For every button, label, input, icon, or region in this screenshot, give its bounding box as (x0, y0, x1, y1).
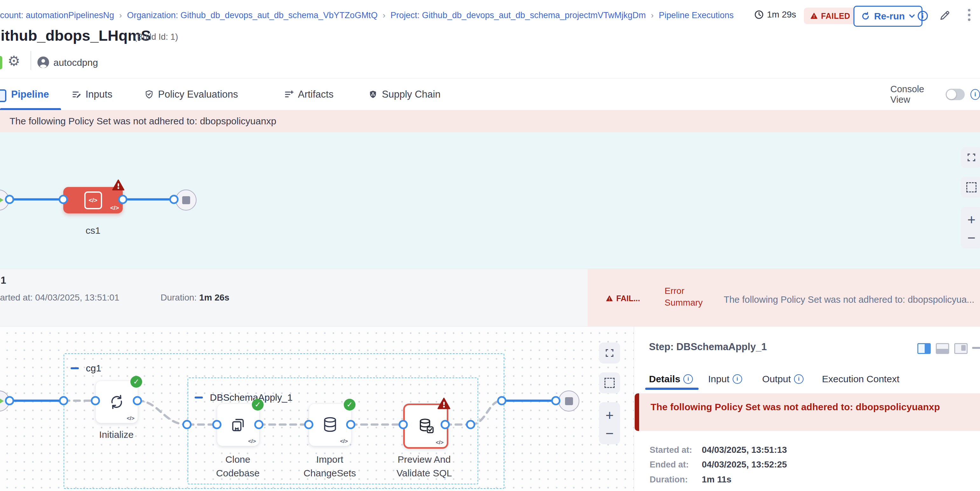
info-icon[interactable]: i (683, 374, 693, 384)
breadcrumb-account[interactable]: count: automationPipelinesNg (0, 11, 114, 21)
fullscreen-button[interactable] (599, 343, 620, 364)
clock-icon (754, 10, 764, 19)
tab-artifacts-label: Artifacts (298, 89, 334, 100)
step-warning-icon (437, 397, 451, 412)
zoom-out-button[interactable]: − (967, 230, 975, 246)
success-check-icon: ✓ (130, 376, 142, 388)
step-card-preview-validate-sql[interactable]: </> (403, 404, 449, 449)
start-node (0, 391, 10, 412)
refresh-icon (861, 11, 870, 21)
more-options-icon[interactable] (968, 9, 970, 21)
stage-error-strip: FAIL... Error Summary The following Poli… (588, 269, 980, 327)
breadcrumb-separator: › (114, 11, 127, 21)
tab-pipeline[interactable]: Pipeline (11, 79, 49, 110)
step-card-initialize[interactable]: </> ✓ (95, 381, 138, 423)
zoom-controls: + − (961, 207, 980, 249)
step-error-box: The following Policy Set was not adhered… (635, 393, 980, 431)
page-title: ithub_dbops_LHqmS (1, 27, 151, 44)
console-view-toggle[interactable] (946, 89, 965, 100)
code-glyph: </> (110, 205, 119, 211)
stage-duration: Duration: 1m 26s (161, 292, 229, 303)
step-card-import-changesets[interactable]: </> ✓ (309, 404, 352, 446)
zoom-out-button[interactable]: − (605, 426, 614, 442)
stage-duration-label: Duration: (161, 292, 199, 302)
info-icon[interactable]: i (794, 374, 803, 384)
layout-bottom-panel-icon[interactable] (936, 343, 949, 354)
panel-tab-execution-context-label: Execution Context (822, 373, 899, 385)
rerun-button[interactable]: Re-run (853, 6, 923, 27)
panel-tab-details[interactable]: Details i (649, 370, 693, 388)
module-badge (0, 56, 2, 69)
panel-tab-output[interactable]: Output i (762, 370, 803, 388)
database-check-icon (417, 417, 435, 435)
detail-value: 04/03/2025, 13:51:13 (702, 445, 787, 455)
tab-inputs-label: Inputs (86, 89, 112, 100)
breadcrumb-pipeline-executions[interactable]: Pipeline Executions (659, 11, 734, 21)
zoom-controls: + − (599, 402, 620, 444)
tab-inputs[interactable]: Inputs (72, 79, 112, 110)
tab-supply-chain-label: Supply Chain (382, 89, 441, 100)
edit-pencil-icon[interactable] (939, 10, 951, 23)
breadcrumb-project[interactable]: Project: Github_db_devops_aut_db_schema_… (390, 11, 646, 21)
error-summary-message: The following Policy Set was not adhered… (724, 294, 974, 305)
pipeline-execution-page: count: automationPipelinesNg › Organizat… (0, 0, 980, 491)
step-label-clone-codebase: Clone Codebase (206, 453, 270, 480)
group-cg1-header: cg1 (71, 363, 101, 373)
gear-icon[interactable]: ⚙ (8, 53, 20, 69)
policy-banner-message: The following Policy Set was not adhered… (10, 116, 276, 127)
active-tab-underline (645, 388, 698, 390)
canvas-controls: + − (961, 147, 980, 249)
breadcrumb-separator: › (377, 11, 390, 21)
play-icon (0, 195, 3, 205)
detail-value: 04/03/2025, 13:52:25 (702, 459, 787, 470)
step-card-clone-codebase[interactable]: </> ✓ (217, 404, 259, 446)
info-icon[interactable] (917, 10, 929, 23)
info-icon[interactable]: i (733, 374, 742, 384)
panel-tab-input[interactable]: Input i (708, 370, 742, 388)
group-dbschemaapply-label: DBSchemaApply_1 (210, 392, 293, 403)
status-badge: FAILED (804, 8, 857, 24)
panel-tab-execution-context[interactable]: Execution Context (822, 370, 899, 388)
database-icon (321, 416, 339, 434)
tab-pipeline-label: Pipeline (11, 89, 49, 100)
console-info-icon[interactable]: i (970, 89, 980, 100)
select-region-button[interactable] (599, 372, 620, 393)
detail-row-started: Started at:04/03/2025, 13:51:13 (650, 445, 787, 455)
zoom-in-button[interactable]: + (605, 405, 614, 426)
layout-right-panel-icon[interactable] (917, 343, 931, 354)
chevron-down-icon (909, 14, 915, 18)
detail-row-ended: Ended at:04/03/2025, 13:52:25 (650, 459, 787, 470)
step-graph-canvas[interactable]: cg1 DBSchemaApply_1 </> ✓ Initialize (0, 326, 634, 491)
detail-label: Duration: (650, 475, 694, 485)
stage-graph-canvas[interactable]: </> </> cs1 + − (0, 132, 980, 269)
stage-node-cs1[interactable]: </> </> (63, 187, 123, 213)
step-error-message: The following Policy Set was not adhered… (651, 402, 980, 412)
select-region-button[interactable] (961, 177, 980, 198)
tab-policy-evaluations[interactable]: Policy Evaluations (144, 79, 238, 110)
play-icon (0, 396, 4, 406)
status-badge-label: FAILED (821, 11, 850, 21)
minimize-panel-icon[interactable] (972, 347, 980, 349)
custom-stage-icon: </> (84, 191, 102, 209)
artifacts-icon (284, 90, 294, 99)
fullscreen-button[interactable] (961, 147, 980, 168)
stage-fail-label: FAIL... (616, 294, 640, 303)
breadcrumb-organization[interactable]: Organization: Github_db_devops_aut_db_sc… (127, 11, 377, 21)
detail-value: 1m 11s (702, 475, 740, 485)
collapse-icon[interactable] (71, 367, 79, 369)
error-summary-label: Error Summary (665, 285, 716, 308)
zoom-in-button[interactable]: + (967, 210, 975, 230)
elapsed-time: 1m 29s (754, 10, 796, 20)
pipeline-tab-icon (0, 89, 6, 102)
collapse-icon[interactable] (195, 397, 203, 399)
tab-artifacts[interactable]: Artifacts (284, 79, 334, 110)
tab-supply-chain[interactable]: Supply Chain (368, 79, 441, 110)
panel-tab-output-label: Output (762, 373, 791, 385)
shield-check-icon (144, 90, 154, 99)
elapsed-time-value: 1m 29s (767, 10, 796, 20)
code-glyph: </> (340, 438, 348, 445)
end-node (175, 189, 197, 211)
stop-icon (182, 196, 190, 204)
divider (30, 51, 31, 70)
layout-floating-panel-icon[interactable] (954, 343, 967, 354)
